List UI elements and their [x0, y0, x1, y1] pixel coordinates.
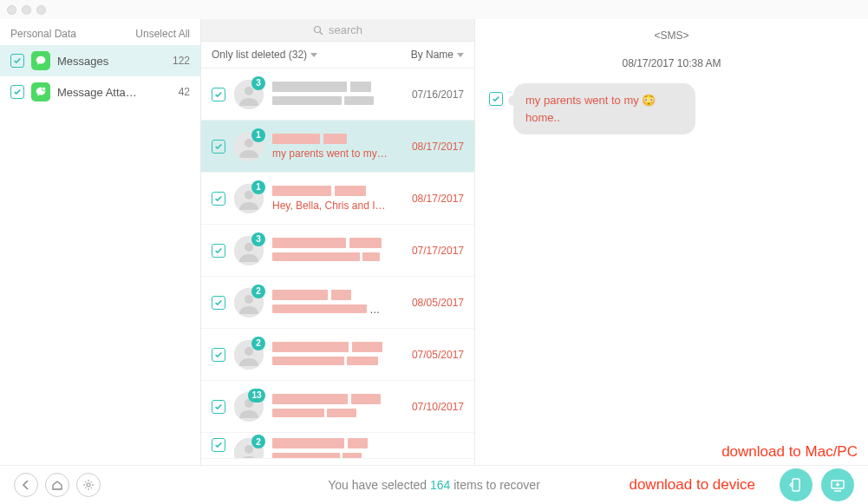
contact-name: [272, 186, 395, 196]
message-row[interactable]: 2 07/05/2017: [201, 329, 474, 381]
unselect-all-link[interactable]: Unselect All: [135, 28, 190, 40]
chevron-down-icon: [310, 53, 317, 57]
search-input[interactable]: search: [201, 19, 474, 42]
footer-bar: You have selected 164 items to recover: [0, 465, 868, 504]
contact-name: [272, 438, 464, 448]
close-dot[interactable]: [7, 5, 16, 15]
svg-point-6: [245, 139, 253, 147]
sidebar-item-label: Message Atta…: [57, 86, 137, 99]
checkbox[interactable]: [212, 438, 225, 452]
detail-type: <SMS>: [475, 19, 868, 45]
avatar: 2: [234, 288, 264, 317]
unread-badge: 2: [251, 435, 265, 448]
sidebar-item-attachments[interactable]: Message Atta… 42: [0, 76, 200, 108]
message-date: 08/17/2017: [403, 193, 464, 205]
contact-name: [272, 342, 395, 352]
message-date: 08/17/2017: [403, 141, 464, 153]
unread-badge: 1: [251, 128, 265, 142]
avatar: 3: [234, 236, 264, 265]
message-date: 07/17/2017: [403, 245, 464, 257]
chevron-down-icon: [457, 53, 464, 57]
checkbox[interactable]: [489, 92, 503, 106]
messages-icon: [31, 51, 50, 70]
sidebar: Personal Data Unselect All Messages 122 …: [0, 19, 201, 465]
message-row[interactable]: 13 07/10/2017: [201, 381, 474, 433]
checkbox[interactable]: [212, 348, 225, 362]
sidebar-header: Personal Data: [10, 28, 76, 40]
sidebar-item-count: 42: [179, 86, 190, 98]
unread-badge: 1: [251, 180, 265, 194]
svg-rect-20: [793, 479, 799, 491]
contact-name: [272, 290, 395, 300]
search-icon: [313, 25, 323, 36]
contact-name: [272, 82, 395, 92]
checkbox[interactable]: [10, 54, 24, 68]
home-button[interactable]: [45, 473, 69, 497]
avatar: 2: [234, 340, 264, 370]
contact-name: [272, 134, 395, 144]
recover-to-device-button[interactable]: [780, 468, 813, 501]
footer-status: You have selected 164 items to recover: [328, 478, 540, 492]
svg-point-8: [245, 191, 253, 200]
avatar: 3: [234, 80, 264, 109]
message-date: 07/10/2017: [403, 401, 464, 413]
unread-badge: 2: [251, 285, 265, 298]
unread-badge: 3: [251, 76, 265, 90]
message-row[interactable]: 1 Hey, Bella, Chris and I…08/17/2017: [201, 173, 474, 225]
unread-badge: 2: [251, 337, 265, 350]
message-row[interactable]: 2 08/05/2017: [201, 277, 474, 329]
unread-badge: 3: [251, 232, 265, 246]
detail-timestamp: 08/17/2017 10:38 AM: [475, 57, 868, 69]
message-preview: [272, 356, 395, 368]
settings-button[interactable]: [76, 473, 101, 497]
message-date: 07/05/2017: [403, 349, 464, 361]
contact-name: [272, 394, 395, 404]
checkbox[interactable]: [212, 88, 225, 101]
checkbox[interactable]: [212, 400, 225, 414]
message-preview: Hey, Bella, Chris and I…: [272, 200, 395, 212]
message-date: 07/16/2017: [403, 88, 464, 101]
checkbox[interactable]: [212, 140, 225, 154]
sidebar-item-count: 122: [173, 55, 190, 67]
svg-point-12: [245, 295, 253, 304]
avatar: 2: [234, 438, 264, 459]
contact-name: [272, 238, 395, 248]
message-row[interactable]: 3 07/17/2017: [201, 225, 474, 277]
message-detail-panel: <SMS> 08/17/2017 10:38 AM my parents wen…: [475, 19, 868, 465]
message-preview: [272, 304, 395, 316]
message-preview: [272, 252, 395, 264]
message-list-panel: search Only list deleted (32) By Name 3 …: [201, 19, 475, 465]
search-placeholder: search: [329, 23, 362, 36]
recover-to-computer-button[interactable]: [821, 468, 854, 501]
svg-line-2: [320, 32, 323, 35]
window-titlebar: [0, 0, 868, 19]
svg-point-0: [42, 87, 45, 90]
message-preview: [272, 95, 395, 108]
message-preview: [272, 452, 402, 459]
message-row[interactable]: 3 07/16/2017: [201, 69, 474, 121]
minimize-dot[interactable]: [22, 5, 31, 15]
checkbox[interactable]: [212, 192, 225, 206]
sidebar-item-label: Messages: [57, 55, 108, 68]
zoom-dot[interactable]: [36, 5, 46, 15]
svg-point-19: [87, 483, 90, 487]
svg-point-18: [245, 445, 253, 454]
message-preview: [272, 408, 395, 420]
checkbox[interactable]: [212, 244, 225, 258]
message-row[interactable]: 2: [201, 433, 474, 459]
message-row[interactable]: 1 my parents went to my…08/17/2017: [201, 121, 474, 173]
back-button[interactable]: [14, 473, 38, 497]
sidebar-item-messages[interactable]: Messages 122: [0, 45, 200, 76]
svg-point-1: [314, 26, 320, 32]
attachments-icon: [31, 82, 50, 101]
avatar: 1: [234, 184, 264, 213]
sort-dropdown[interactable]: By Name: [411, 49, 464, 61]
svg-point-4: [245, 87, 253, 95]
svg-point-14: [245, 347, 253, 356]
unread-badge: 13: [248, 389, 265, 403]
message-bubble[interactable]: my parents went to my 😳 home..: [513, 83, 695, 134]
avatar: 13: [234, 392, 264, 422]
filter-dropdown[interactable]: Only list deleted (32): [212, 49, 317, 61]
checkbox[interactable]: [212, 296, 225, 310]
checkbox[interactable]: [10, 85, 24, 99]
